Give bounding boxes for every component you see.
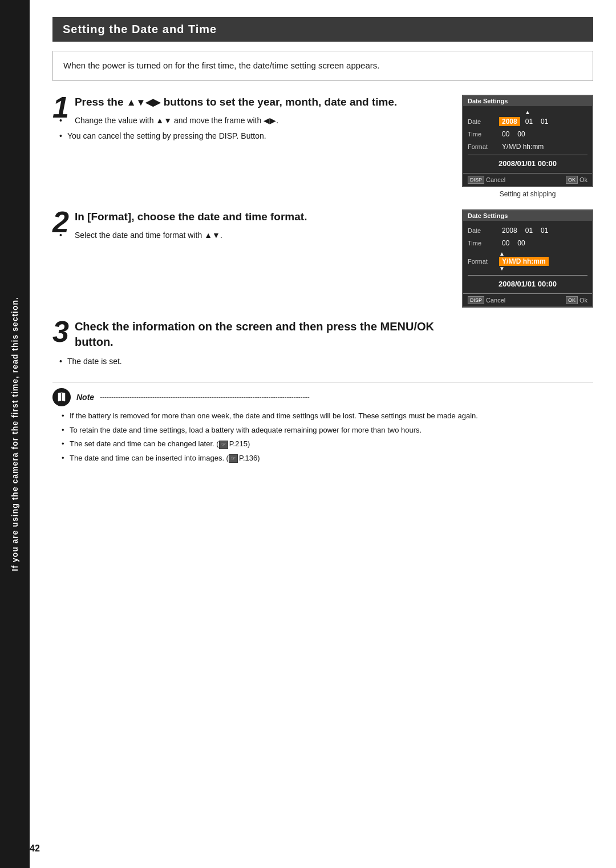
step1-format-label: Format xyxy=(468,143,499,150)
step1-bullet1: Change the value with ▲▼ and move the fr… xyxy=(59,115,445,126)
step1-screen: Date Settings ▲ Date 2008 01 01 Time xyxy=(462,95,593,187)
note-item-3-page: P.215) xyxy=(229,439,250,448)
step2-time-min: 00 xyxy=(514,239,528,248)
step2-bullet1: Select the date and time format with ▲▼. xyxy=(59,229,445,241)
step2-title-text: In [Format], choose the date and time fo… xyxy=(75,211,307,223)
ref-icon-1: ☞ xyxy=(219,441,228,449)
step1-ok-label: Ok xyxy=(579,176,587,183)
step1-bullets: Change the value with ▲▼ and move the fr… xyxy=(52,115,445,142)
setting-at-shipping: Setting at shipping xyxy=(462,190,593,198)
step2-cancel-label: Cancel xyxy=(486,297,505,304)
step2-ok-label: Ok xyxy=(579,297,587,304)
step2-footer: DISP Cancel OK Ok xyxy=(463,293,592,306)
step3-left: 3 Check the information on the screen an… xyxy=(52,319,445,370)
note-item-2-text: To retain the date and time settings, lo… xyxy=(70,426,422,434)
step2-format-arrow-down: ▼ xyxy=(499,266,505,272)
step2-date-year: 2008 xyxy=(499,226,520,235)
step1-bullet2: You can cancel the setting by pressing t… xyxy=(59,130,445,142)
step1-b1-text1: Change the value with xyxy=(75,116,156,125)
book-icon xyxy=(56,392,67,402)
note-section: Note -----------------------------------… xyxy=(52,382,593,464)
step1-screen-body: ▲ Date 2008 01 01 Time 00 00 xyxy=(463,106,592,173)
step2-date-values: 2008 01 01 xyxy=(499,226,551,235)
step2-date-month: 01 xyxy=(522,226,536,235)
step3-title: Check the information on the screen and … xyxy=(52,319,445,350)
step2-date-row: Date 2008 01 01 xyxy=(468,224,587,237)
ref-icon-2: ☞ xyxy=(229,454,238,463)
step1-cancel-label: Cancel xyxy=(486,176,505,183)
step1-format-row: Format Y/M/D hh:mm xyxy=(468,140,587,153)
step2-screen-body: Date 2008 01 01 Time 00 00 xyxy=(463,221,592,293)
step2-screen-header: Date Settings xyxy=(463,211,592,221)
step2-date-label: Date xyxy=(468,227,499,234)
page-title: Setting the Date and Time xyxy=(63,23,217,35)
side-tab: If you are using the camera for the firs… xyxy=(0,0,30,868)
step3-title-text: Check the information on the screen and … xyxy=(75,320,434,348)
step1-b1-text3: . xyxy=(276,116,278,125)
step1-content: 1 Press the ▲▼◀▶ buttons to set the year… xyxy=(52,95,445,146)
step1-arrows: ▲▼◀▶ xyxy=(127,97,161,108)
step3-content: 3 Check the information on the screen an… xyxy=(52,319,445,370)
step1-time-label: Time xyxy=(468,131,499,138)
step1-time-hour: 00 xyxy=(499,130,512,139)
step1-ok-btn: OK Ok xyxy=(566,176,587,184)
step2-time-label: Time xyxy=(468,240,499,247)
step1-date-values: 2008 01 01 xyxy=(499,117,551,126)
step1-right: Date Settings ▲ Date 2008 01 01 Time xyxy=(462,95,593,198)
note-item-2: To retain the date and time settings, lo… xyxy=(62,425,593,436)
page-number: 42 xyxy=(30,843,40,854)
step2-left: 2 In [Format], choose the date and time … xyxy=(52,209,445,245)
step2-format-label: Format xyxy=(468,258,499,265)
step1-time-min: 00 xyxy=(514,130,528,139)
side-tab-text: If you are using the camera for the firs… xyxy=(10,297,19,571)
step2-format-container: ▲ Y/M/D hh:mm ▼ xyxy=(499,251,549,272)
step2-separator xyxy=(468,275,587,276)
note-icon xyxy=(52,388,71,406)
note-item-3-text-before: The set date and time can be changed lat… xyxy=(70,439,219,448)
intro-text: When the power is turned on for the firs… xyxy=(63,60,379,70)
step2-row: 2 In [Format], choose the date and time … xyxy=(52,209,593,308)
step1-cancel-btn: DISP Cancel xyxy=(468,176,505,184)
step1-datetime: 2008/01/01 00:00 xyxy=(468,157,587,169)
step1-b1-text2: and move the frame with xyxy=(172,116,264,125)
step1-separator xyxy=(468,155,587,155)
step2-bullets: Select the date and time format with ▲▼. xyxy=(52,229,445,241)
step2-format-row: Format ▲ Y/M/D hh:mm ▼ xyxy=(468,249,587,273)
step1-left: 1 Press the ▲▼◀▶ buttons to set the year… xyxy=(52,95,445,146)
step2-time-row: Time 00 00 xyxy=(468,237,587,249)
step2-disp-icon: DISP xyxy=(468,296,484,304)
note-item-4-page: P.136) xyxy=(239,454,260,462)
step2-date-day: 01 xyxy=(538,226,551,235)
step1-title: Press the ▲▼◀▶ buttons to set the year, … xyxy=(52,95,445,110)
step1-date-row: Date 2008 01 01 xyxy=(468,115,587,128)
step1-row: 1 Press the ▲▼◀▶ buttons to set the year… xyxy=(52,95,593,198)
note-item-4: The date and time can be inserted into i… xyxy=(62,453,593,464)
step1-date-year: 2008 xyxy=(499,117,520,126)
note-dashes: ----------------------------------------… xyxy=(100,393,593,401)
step1-time-row: Time 00 00 xyxy=(468,128,587,140)
step2-format-value: Y/M/D hh:mm xyxy=(499,257,549,266)
step2-content: 2 In [Format], choose the date and time … xyxy=(52,209,445,245)
step1-time-values: 00 00 xyxy=(499,130,528,139)
intro-box: When the power is turned on for the firs… xyxy=(52,51,593,81)
step2-ok-icon: OK xyxy=(566,296,578,304)
note-item-1-text: If the battery is removed for more than … xyxy=(70,411,478,420)
step1-b2-text: You can cancel the setting by pressing t… xyxy=(67,131,266,140)
title-bar: Setting the Date and Time xyxy=(52,17,593,42)
note-list: If the battery is removed for more than … xyxy=(52,411,593,464)
note-item-1: If the battery is removed for more than … xyxy=(62,411,593,422)
step1-b1-arrows: ▲▼ xyxy=(156,116,172,125)
step3-bullets: The date is set. xyxy=(52,356,445,367)
disp-icon: DISP xyxy=(468,176,484,184)
step1-arrow-up: ▲ xyxy=(468,110,587,115)
step1-b1-arrows2: ◀▶ xyxy=(264,116,276,125)
step2-cancel-btn: DISP Cancel xyxy=(468,296,505,304)
step1-format-value: Y/M/D hh:mm xyxy=(499,142,546,151)
step1-title-part2: buttons to set the year, month, date and… xyxy=(160,96,397,108)
step2-right: Date Settings Date 2008 01 01 Time 00 xyxy=(462,209,593,308)
note-header: Note -----------------------------------… xyxy=(52,388,593,406)
main-content: Setting the Date and Time When the power… xyxy=(30,0,616,485)
step2-b1-text1: Select the date and time format with xyxy=(75,231,204,240)
note-item-4-text-before: The date and time can be inserted into i… xyxy=(70,454,229,462)
step1-date-day: 01 xyxy=(538,117,551,126)
